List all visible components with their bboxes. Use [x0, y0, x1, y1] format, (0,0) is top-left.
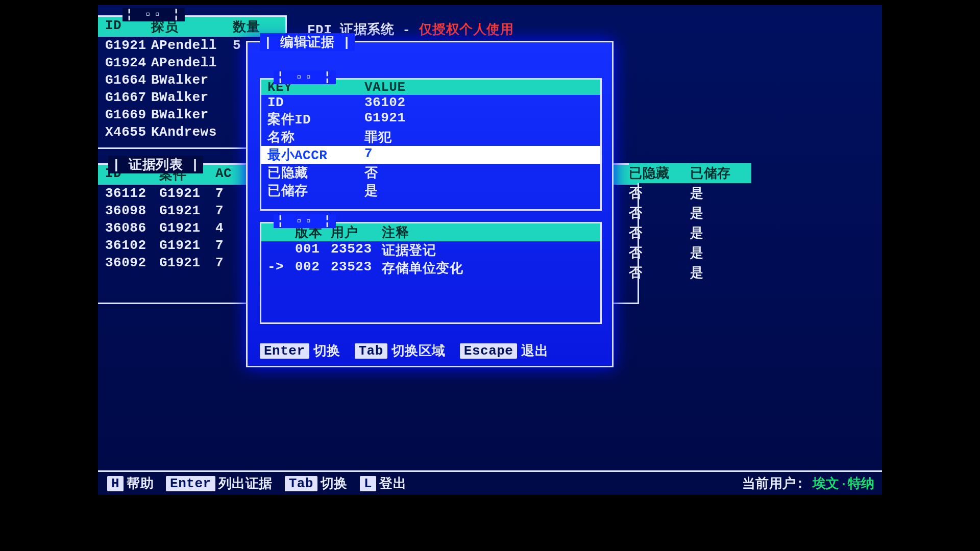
edit-evidence-modal: | 编辑证据 | ¦ ▫▫ ¦ KEY VALUE ID36102案件IDG19… — [246, 41, 614, 367]
enter-key[interactable]: Enter — [166, 476, 215, 491]
evidence-fields-panel: ¦ ▫▫ ¦ KEY VALUE ID36102案件IDG1921名称罪犯最小A… — [260, 78, 602, 211]
agent-id: G1924 — [105, 55, 151, 70]
evidence-id: 36098 — [105, 203, 159, 218]
kv-row[interactable]: 已储存是 — [261, 182, 600, 199]
flag-stored: 是 — [690, 204, 741, 222]
modal-title: | 编辑证据 | — [260, 33, 355, 51]
agent-id: G1667 — [105, 90, 151, 105]
flag-stored: 是 — [690, 244, 741, 262]
agent-name: APendell — [151, 55, 233, 70]
kv-value: 罪犯 — [364, 128, 594, 146]
panel-notch: ¦ ▫▫ ¦ — [274, 70, 336, 84]
panel-notch: ¦ ▫▫ ¦ — [122, 8, 185, 21]
flags-row: 否是 — [629, 223, 751, 243]
agent-id: X4655 — [105, 124, 151, 140]
terminal-screen: FDI 证据系统 - 仅授权个人使用 ¦ ▫▫ ¦ ID 探员 数量 G1921… — [98, 5, 882, 495]
agent-name: BWalker — [151, 107, 233, 122]
col-hidden: 已隐藏 — [629, 164, 690, 182]
current-user-label: 当前用户: — [742, 474, 804, 492]
flags-row: 否是 — [629, 183, 751, 203]
flags-row: 否是 — [629, 263, 751, 283]
kv-key: ID — [267, 95, 364, 110]
flag-hidden: 否 — [629, 184, 690, 202]
agent-id: G1921 — [105, 38, 151, 53]
modal-help-bar: Enter 切换 Tab 切换区域 Escape 退出 — [260, 342, 562, 360]
tab-key[interactable]: Tab — [285, 476, 317, 491]
flag-stored: 是 — [690, 184, 741, 202]
agent-name: BWalker — [151, 72, 233, 88]
logout-key[interactable]: L — [360, 476, 376, 491]
modal-esc-label: 退出 — [521, 342, 548, 360]
current-user-value: 埃文·特纳 — [813, 474, 875, 492]
kv-row[interactable]: 已隐藏否 — [261, 164, 600, 182]
flag-hidden: 否 — [629, 264, 690, 282]
kv-key: 已隐藏 — [267, 164, 364, 182]
agent-id: G1664 — [105, 72, 151, 88]
flags-header: 已隐藏 已储存 — [629, 163, 751, 183]
agent-name: BWalker — [151, 90, 233, 105]
kv-row[interactable]: 最小ACCR7 — [261, 146, 600, 164]
flags-row: 否是 — [629, 243, 751, 263]
col-note: 注释 — [382, 223, 594, 241]
kv-row[interactable]: 案件IDG1921 — [261, 110, 600, 128]
evidence-case: G1921 — [159, 203, 215, 218]
modal-tab-key[interactable]: Tab — [355, 343, 387, 359]
log-user: 23523 — [331, 259, 382, 277]
tab-label: 切换 — [321, 474, 348, 492]
enter-label: 列出证据 — [218, 474, 273, 492]
col-user: 用户 — [331, 223, 382, 241]
evidence-case: G1921 — [159, 220, 215, 236]
evidence-list-title: | 证据列表 | — [108, 156, 203, 173]
log-row[interactable]: 00123523证据登记 — [261, 241, 600, 259]
flag-stored: 是 — [690, 264, 741, 282]
evidence-id: 36112 — [105, 186, 159, 201]
log-user: 23523 — [331, 241, 382, 259]
kv-value: 7 — [364, 146, 594, 164]
log-row[interactable]: ->00223523存储单位变化 — [261, 259, 600, 277]
flags-row: 否是 — [629, 203, 751, 223]
log-version: 002 — [295, 259, 331, 277]
flag-hidden: 否 — [629, 224, 690, 242]
help-label: 帮助 — [127, 474, 154, 492]
kv-value: 是 — [364, 182, 594, 199]
evidence-case: G1921 — [159, 238, 215, 253]
kv-value: 否 — [364, 164, 594, 182]
evidence-id: 36102 — [105, 238, 159, 253]
agent-id: G1669 — [105, 107, 151, 122]
modal-enter-label: 切换 — [313, 342, 340, 360]
help-bar: H 帮助 Enter 列出证据 Tab 切换 L 登出 当前用户: 埃文·特纳 — [98, 470, 882, 495]
flag-stored: 是 — [690, 224, 741, 242]
evidence-log-panel: ¦ ▫▫ ¦ 版本 用户 注释 00123523证据登记->00223523存储… — [260, 222, 602, 324]
auth-warning: 仅授权个人使用 — [419, 22, 514, 38]
flag-hidden: 否 — [629, 204, 690, 222]
log-arrow-icon — [267, 241, 295, 259]
kv-value: 36102 — [364, 95, 594, 110]
help-key[interactable]: H — [107, 476, 124, 491]
evidence-id: 36092 — [105, 255, 159, 270]
evidence-case: G1921 — [159, 186, 215, 201]
kv-key: 最小ACCR — [267, 146, 364, 164]
log-version: 001 — [295, 241, 331, 259]
kv-value: G1921 — [364, 110, 594, 128]
modal-tab-label: 切换区域 — [391, 342, 446, 360]
evidence-flags-panel: 已隐藏 已储存 否是否是否是否是否是 — [629, 163, 751, 304]
log-note: 证据登记 — [382, 241, 594, 259]
flag-hidden: 否 — [629, 244, 690, 262]
kv-key: 名称 — [267, 128, 364, 146]
kv-row[interactable]: 名称罪犯 — [261, 128, 600, 146]
kv-key: 已储存 — [267, 182, 364, 199]
log-note: 存储单位变化 — [382, 259, 594, 277]
col-value: VALUE — [364, 80, 594, 95]
logout-label: 登出 — [379, 474, 406, 492]
agent-name: APendell — [151, 38, 233, 53]
col-stored: 已储存 — [690, 164, 741, 182]
evidence-case: G1921 — [159, 255, 215, 270]
kv-row[interactable]: ID36102 — [261, 95, 600, 110]
modal-enter-key[interactable]: Enter — [260, 343, 309, 359]
log-arrow-icon: -> — [267, 259, 295, 277]
agent-name: KAndrews — [151, 124, 233, 140]
evidence-id: 36086 — [105, 220, 159, 236]
kv-key: 案件ID — [267, 110, 364, 128]
panel-notch: ¦ ▫▫ ¦ — [274, 214, 336, 228]
modal-esc-key[interactable]: Escape — [460, 343, 518, 359]
